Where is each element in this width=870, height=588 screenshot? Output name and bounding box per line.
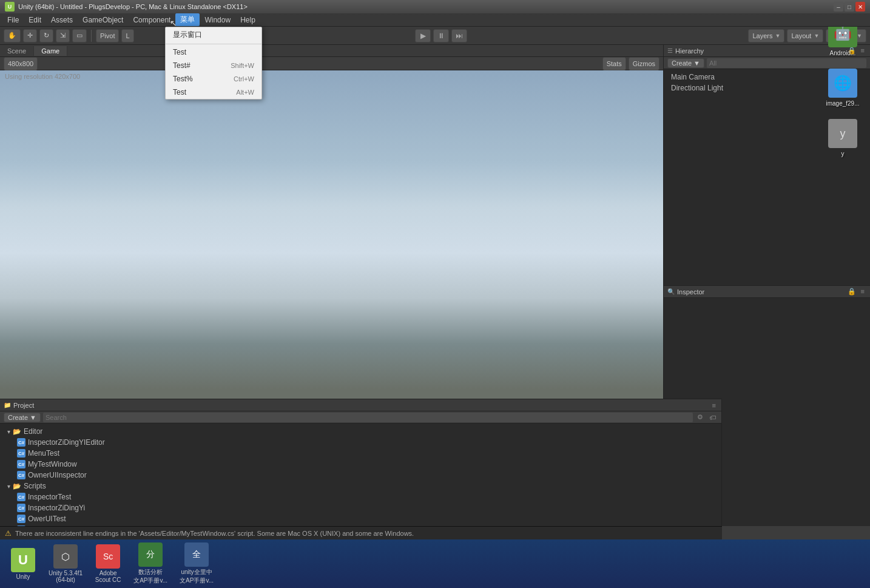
scene-tab[interactable]: Scene — [0, 46, 34, 56]
maximize-button[interactable]: □ — [845, 2, 854, 12]
rotate-tool[interactable]: ↻ — [39, 29, 53, 42]
project-content: ▾ 📂 Editor C# InspectorZiDingYIEditor C#… — [0, 424, 721, 526]
resolution-text: Using resolution 420x700 — [5, 73, 80, 80]
project-file-6[interactable]: C# InspectorZiDingYi — [5, 502, 717, 513]
inspector-icon: 🔍 — [667, 288, 675, 295]
project-file-2[interactable]: C# MenuTest — [5, 448, 717, 459]
inspector-lock[interactable]: 🔒 — [846, 287, 858, 296]
app-icon: U — [5, 2, 15, 12]
dropdown-item-test-alt[interactable]: Test Alt+W — [166, 86, 261, 99]
scale-tool[interactable]: ⇲ — [56, 29, 70, 42]
menu-edit[interactable]: Edit — [24, 15, 46, 25]
dropdown-item-test-percent[interactable]: Test% Ctrl+W — [166, 72, 261, 86]
image-icon-label: image_f29... — [826, 100, 859, 107]
menu-assets[interactable]: Assets — [46, 15, 78, 25]
menu-bar: File Edit Assets GameObject Component 菜单… — [0, 13, 870, 27]
dropdown-item-show-window[interactable]: 显示窗口 — [166, 27, 261, 42]
bottom-area: 📁 Project ≡ Create ▼ ⚙ 🏷 ▾ 📂 Editor C# I — [0, 399, 722, 526]
menu-component[interactable]: Component — [128, 15, 175, 25]
taskbar-item-unity64[interactable]: ⬡ Unity 5.3.4f1(64-bit) — [44, 542, 87, 586]
project-folder-editor[interactable]: ▾ 📂 Editor — [5, 426, 717, 437]
move-tool[interactable]: ✛ — [23, 29, 37, 42]
project-file-3[interactable]: C# MyTestWindow — [5, 459, 717, 470]
toolbar: ✋ ✛ ↻ ⇲ ▭ Pivot L ▶ ⏸ ⏭ Layers ▼ Layout … — [0, 27, 870, 45]
project-title: Project — [13, 402, 34, 409]
image-icon: 🌐 — [828, 69, 857, 98]
project-file-5[interactable]: C# InspectorTest — [5, 492, 717, 502]
dropdown-item-test-alt-shortcut: Alt+W — [236, 89, 254, 96]
scripts-folder-arrow: ▾ — [7, 483, 10, 490]
layout-dropdown-arrow: ▼ — [814, 33, 819, 39]
layers-dropdown-arrow: ▼ — [775, 33, 780, 39]
game-tab[interactable]: Game — [34, 46, 67, 56]
desktop-icons-area: 🤖 Android... 🌐 image_f29... y y — [821, 18, 864, 157]
menu-help[interactable]: Help — [235, 15, 260, 25]
taskbar-analyse-label: 数活分析文AP手册v... — [133, 568, 167, 585]
project-file-4[interactable]: C# OwnerUIInspector — [5, 470, 717, 481]
project-file-7[interactable]: C# OwerUITest — [5, 513, 717, 524]
project-file-1[interactable]: C# InspectorZiDingYIEditor — [5, 437, 717, 448]
dropdown-item-test-hash[interactable]: Test# Shift+W — [166, 59, 261, 72]
dropdown-item-test1[interactable]: Test — [166, 46, 261, 59]
hierarchy-title: Hierarchy — [675, 47, 704, 55]
inspector-title: Inspector — [677, 288, 704, 296]
rect-tool[interactable]: ▭ — [72, 29, 87, 42]
taskbar: U Unity ⬡ Unity 5.3.4f1(64-bit) Sc Adobe… — [0, 539, 870, 588]
editor-folder-name: Editor — [24, 427, 42, 436]
script-icon-7: C# — [17, 515, 25, 523]
menu-file[interactable]: File — [2, 15, 24, 25]
taskbar-unity64-label: Unity 5.3.4f1(64-bit) — [49, 570, 83, 583]
minimize-button[interactable]: – — [834, 2, 843, 12]
taskbar-item-unity-cn[interactable]: 全 unity全里中文AP手册v... — [175, 540, 218, 587]
gizmos-button[interactable]: Gizmos — [629, 57, 659, 70]
hierarchy-icon: ☰ — [667, 47, 673, 54]
layout-dropdown[interactable]: Layout ▼ — [787, 29, 823, 42]
project-controls: ≡ — [710, 401, 718, 410]
scripts-folder-name: Scripts — [24, 482, 46, 490]
taskbar-item-adobe[interactable]: Sc AdobeScout CC — [90, 542, 126, 586]
taskbar-unity-icon: U — [11, 548, 35, 572]
taskbar-item-unity[interactable]: U Unity — [5, 546, 41, 583]
taskbar-unity-cn-icon: 全 — [184, 542, 209, 567]
scene-game-tabs: Scene Game — [0, 45, 663, 57]
local-button[interactable]: L — [121, 29, 133, 42]
taskbar-adobe-label: AdobeScout CC — [95, 570, 121, 583]
hand-tool[interactable]: ✋ — [4, 29, 21, 42]
resolution-selector[interactable]: 480x800 — [4, 57, 38, 70]
inspector-header: 🔍 Inspector 🔒 ≡ — [664, 286, 870, 298]
script-icon-2: C# — [17, 449, 25, 458]
taskbar-item-analyse[interactable]: 分 数活分析文AP手册v... — [129, 540, 172, 587]
scripts-folder-icon: 📂 — [13, 482, 21, 490]
menu-window[interactable]: Window — [200, 15, 235, 25]
pivot-button[interactable]: Pivot — [96, 29, 119, 42]
desktop-icon-image[interactable]: 🌐 image_f29... — [821, 69, 864, 107]
warning-icon: ⚠ — [5, 529, 12, 538]
script-icon-6: C# — [17, 504, 25, 512]
hierarchy-create-button[interactable]: Create ▼ — [667, 58, 704, 68]
project-create-button[interactable]: Create ▼ — [4, 413, 41, 422]
project-folder-scripts[interactable]: ▾ 📂 Scripts — [5, 481, 717, 492]
inspector-controls: 🔒 ≡ — [846, 287, 866, 296]
close-button[interactable]: ✕ — [855, 2, 865, 12]
project-filter2[interactable]: 🏷 — [707, 413, 718, 422]
editor-folder-icon: 📂 — [13, 428, 21, 436]
project-panel: 📁 Project ≡ Create ▼ ⚙ 🏷 ▾ 📂 Editor C# I — [0, 399, 722, 526]
project-header: 📁 Project ≡ — [0, 399, 721, 411]
desktop-icon-y[interactable]: y y — [821, 119, 864, 157]
layers-dropdown[interactable]: Layers ▼ — [748, 29, 784, 42]
project-toolbar: Create ▼ ⚙ 🏷 — [0, 411, 721, 424]
inspector-menu[interactable]: ≡ — [859, 287, 866, 296]
stats-button[interactable]: Stats — [602, 57, 626, 70]
menu-gameobject[interactable]: GameObject — [78, 15, 128, 25]
pause-button[interactable]: ⏸ — [433, 29, 449, 42]
project-filter1[interactable]: ⚙ — [695, 413, 705, 422]
scene-toolbar: 480x800 Stats Gizmos — [0, 57, 663, 70]
step-button[interactable]: ⏭ — [451, 29, 467, 42]
dropdown-menu: 显示窗口 Test Test# Shift+W Test% Ctrl+W Tes… — [165, 27, 262, 100]
script-icon-5: C# — [17, 493, 25, 501]
project-menu[interactable]: ≡ — [710, 401, 718, 410]
project-search[interactable] — [43, 413, 693, 422]
editor-folder-arrow: ▾ — [7, 428, 10, 435]
menu-custom[interactable]: 菜单 — [175, 13, 200, 26]
play-button[interactable]: ▶ — [415, 29, 431, 42]
